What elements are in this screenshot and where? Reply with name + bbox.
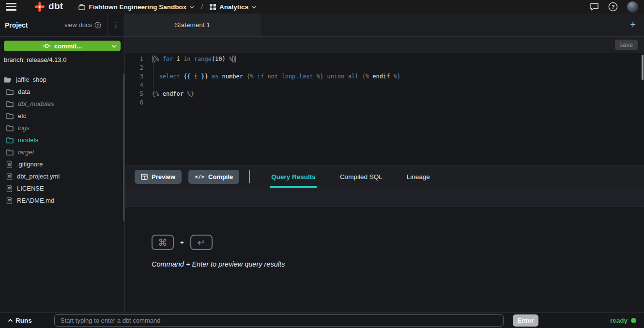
tree-item-label: dbt_project.yml: [17, 173, 60, 180]
editor-scrollbar[interactable]: [642, 55, 644, 80]
compile-button[interactable]: </> Compile: [188, 170, 239, 184]
tree-item-logs[interactable]: logs: [0, 122, 124, 134]
editor-toolbar: save: [125, 37, 644, 53]
folder-icon: [6, 149, 14, 156]
line-number: 6: [125, 98, 143, 107]
line-number: 1: [125, 55, 143, 63]
grid-icon: [210, 4, 216, 10]
runs-toggle[interactable]: Runs: [8, 317, 32, 324]
toolbar-divider: [249, 170, 250, 183]
editor-tab-bar: Statement 1 +: [125, 14, 644, 37]
tree-item-label: etc: [18, 112, 26, 119]
tree-item-label: logs: [18, 124, 30, 132]
chevron-down-icon: [190, 6, 194, 9]
folder-icon: [6, 89, 14, 95]
results-header-strip: [125, 188, 644, 207]
command-status-bar: Runs Enter ready: [0, 312, 644, 328]
chat-icon[interactable]: [590, 2, 599, 11]
code-line-text[interactable]: {% for i in range(10) %}: [152, 55, 236, 63]
editor-main: Statement 1 + save 1{% for i in range(10…: [125, 14, 644, 312]
tab-lineage[interactable]: Lineage: [406, 165, 431, 188]
tree-item-readme-md[interactable]: README.md: [0, 194, 124, 207]
preview-hint-text: Command + Enter to preview query results: [152, 260, 644, 268]
top-bar: dbt Fishtown Engineering Sandbox / Analy…: [0, 0, 644, 14]
folder-icon: [6, 101, 14, 107]
tree-item-label: README.md: [17, 197, 54, 204]
command-key-icon: ⌘: [152, 235, 174, 250]
sidebar-header: Project view docs ? ⋮: [0, 14, 124, 37]
tree-item-target[interactable]: target: [0, 146, 124, 158]
code-icon: </>: [195, 174, 204, 180]
enter-button[interactable]: Enter: [513, 314, 538, 327]
kebab-menu-icon[interactable]: ⋮: [107, 14, 124, 36]
view-docs-label: view docs: [64, 21, 92, 29]
folder-icon: [6, 125, 14, 132]
dbt-logo[interactable]: dbt: [34, 1, 63, 13]
hamburger-menu-icon[interactable]: [6, 3, 16, 11]
file-icon: [6, 173, 13, 180]
tree-item--gitignore[interactable]: .gitignore: [0, 158, 124, 170]
status-dot-icon: [631, 318, 636, 323]
dbt-logo-text: dbt: [48, 1, 63, 12]
file-icon: [6, 197, 13, 204]
tree-item-label: .gitignore: [17, 161, 43, 168]
chevron-down-icon: [252, 6, 256, 9]
chevron-up-icon: [8, 319, 13, 322]
tab-query-results[interactable]: Query Results: [270, 165, 317, 188]
status-indicator: ready: [610, 317, 636, 324]
return-key-icon: ↵: [190, 235, 213, 250]
help-icon[interactable]: ?: [608, 2, 618, 12]
status-text: ready: [610, 317, 628, 324]
tree-item-jaffle-shop[interactable]: jaffle_shop: [0, 74, 124, 86]
tree-item-etc[interactable]: etc: [0, 110, 124, 122]
tree-item-label: models: [18, 136, 38, 144]
folder-open-icon: [4, 76, 12, 83]
new-tab-button[interactable]: +: [622, 14, 644, 36]
tree-item-dbt-project-yml[interactable]: dbt_project.yml: [0, 170, 124, 182]
file-icon: [6, 161, 13, 168]
project-sidebar: Project view docs ? ⋮ commit... branch: …: [0, 14, 125, 312]
tree-item-label: jaffle_shop: [16, 76, 46, 83]
svg-text:?: ?: [612, 4, 615, 10]
view-docs-link[interactable]: view docs ?: [64, 21, 101, 29]
tree-item-license[interactable]: LICENSE: [0, 182, 124, 194]
tab-statement-1[interactable]: Statement 1: [125, 14, 261, 36]
runs-label: Runs: [15, 317, 32, 324]
table-icon: [141, 174, 148, 180]
environment-selector[interactable]: Analytics: [210, 3, 256, 11]
tree-item-label: LICENSE: [17, 185, 44, 192]
code-line-text[interactable]: select {{ i }} as number {% if not loop.…: [152, 72, 400, 81]
code-line-text[interactable]: {% endfor %}: [152, 89, 194, 98]
results-panel: Preview </> Compile Query ResultsCompile…: [125, 165, 644, 312]
branch-label: branch: release/4.13.0: [4, 56, 121, 63]
save-button[interactable]: save: [615, 40, 638, 50]
code-editor[interactable]: 1{% for i in range(10) %}23 select {{ i …: [125, 53, 644, 165]
briefcase-icon: [78, 4, 85, 10]
project-selector[interactable]: Fishtown Engineering Sandbox: [78, 3, 194, 11]
folder-icon: [6, 137, 14, 144]
path-separator: /: [201, 3, 203, 11]
dbt-command-input[interactable]: [54, 314, 504, 327]
compile-button-label: Compile: [208, 173, 233, 180]
commit-button-label: commit...: [54, 43, 82, 50]
user-avatar[interactable]: [627, 1, 638, 13]
file-tree: jaffle_shopdatadbt_modulesetclogsmodelst…: [0, 68, 124, 207]
results-toolbar: Preview </> Compile Query ResultsCompile…: [125, 165, 644, 188]
tree-item-label: data: [18, 88, 30, 95]
tree-item-label: target: [18, 149, 34, 156]
sidebar-scrollbar[interactable]: [123, 74, 124, 221]
environment-selector-label: Analytics: [219, 3, 248, 11]
tree-item-label: dbt_modules: [18, 100, 54, 107]
commit-button[interactable]: commit...: [4, 41, 121, 51]
preview-button[interactable]: Preview: [135, 170, 182, 184]
tree-item-dbt-modules[interactable]: dbt_modules: [0, 98, 124, 110]
git-commit-icon: [43, 43, 51, 49]
file-icon: [6, 185, 13, 192]
tree-item-data[interactable]: data: [0, 86, 124, 98]
panel-tabs: Query ResultsCompiled SQLLineage: [270, 165, 430, 188]
line-number: 4: [125, 81, 143, 89]
plus-separator: +: [180, 239, 184, 246]
tab-compiled-sql[interactable]: Compiled SQL: [339, 165, 383, 188]
tree-item-models[interactable]: models: [0, 134, 124, 146]
help-circle-icon: ?: [94, 22, 101, 29]
